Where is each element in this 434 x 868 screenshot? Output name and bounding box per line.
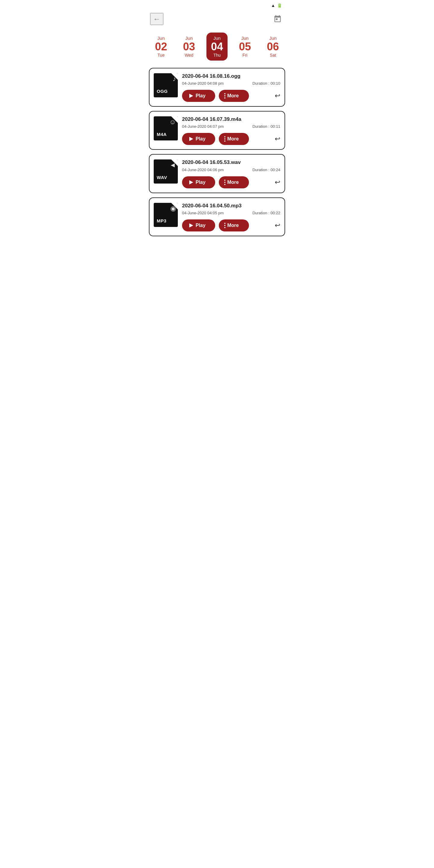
file-format-label: WAV [155, 174, 169, 181]
date-weekday: Fri [243, 53, 247, 58]
card-meta: 04-June-2020 04:06 pm Duration : 00:24 [182, 167, 280, 172]
file-icon-decoration: ◉ [170, 205, 176, 213]
recording-filename: 2020-06-04 16.04.50.mp3 [182, 203, 280, 209]
date-item-03[interactable]: Jun 03 Wed [179, 33, 199, 61]
date-weekday: Sat [270, 53, 276, 58]
card-content: 2020-06-04 16.05.53.wav 04-June-2020 04:… [182, 159, 280, 188]
date-month: Jun [269, 36, 276, 41]
recording-card-1: OGG ♪ 2020-06-04 16.08.16.ogg 04-June-20… [149, 68, 285, 107]
card-actions: Play More ↪ [182, 90, 280, 102]
status-right: ▲ 🔋 [269, 3, 284, 8]
date-item-04[interactable]: Jun 04 Thu [207, 33, 227, 61]
play-icon [189, 180, 193, 184]
share-button[interactable]: ↪ [275, 179, 280, 186]
back-button[interactable]: ← [150, 13, 163, 25]
share-button[interactable]: ↪ [275, 135, 280, 143]
play-button[interactable]: Play [182, 219, 215, 231]
recording-date: 04-June-2020 04:07 pm [182, 124, 224, 129]
recording-card-2: M4A ☺ 2020-06-04 16.07.39.m4a 04-June-20… [149, 111, 285, 150]
share-button[interactable]: ↪ [275, 221, 280, 229]
date-month: Jun [157, 36, 164, 41]
recording-filename: 2020-06-04 16.05.53.wav [182, 159, 280, 165]
date-month: Jun [185, 36, 193, 41]
date-day: 04 [211, 41, 223, 53]
play-label: Play [195, 136, 206, 142]
card-content: 2020-06-04 16.08.16.ogg 04-June-2020 04:… [182, 73, 280, 102]
more-dots-icon [224, 180, 225, 185]
recording-filename: 2020-06-04 16.07.39.m4a [182, 116, 280, 122]
recording-duration: Duration : 00:11 [252, 124, 280, 129]
date-weekday: Thu [213, 53, 221, 58]
file-icon-m4a: M4A ☺ [154, 116, 178, 141]
card-meta: 04-June-2020 04:05 pm Duration : 00:22 [182, 211, 280, 215]
calendar-icon-button[interactable] [271, 13, 284, 25]
more-button[interactable]: More [219, 219, 249, 231]
status-bar: ▲ 🔋 [145, 0, 289, 10]
play-icon [189, 137, 193, 141]
recording-filename: 2020-06-04 16.08.16.ogg [182, 73, 280, 79]
more-label: More [227, 136, 239, 142]
recording-duration: Duration : 00:10 [252, 81, 280, 86]
play-label: Play [195, 180, 206, 185]
more-button[interactable]: More [219, 133, 249, 145]
date-day: 02 [155, 41, 167, 53]
recordings-list: OGG ♪ 2020-06-04 16.08.16.ogg 04-June-20… [145, 68, 289, 246]
date-day: 06 [267, 41, 279, 53]
card-actions: Play More ↪ [182, 176, 280, 188]
recording-date: 04-June-2020 04:05 pm [182, 211, 224, 215]
date-strip: Jun 02 Tue Jun 03 Wed Jun 04 Thu Jun 05 … [145, 30, 289, 68]
file-format-label: MP3 [155, 217, 168, 224]
file-icon-mp3: MP3 ◉ [154, 203, 178, 227]
play-button[interactable]: Play [182, 90, 215, 102]
more-dots-icon [224, 223, 225, 228]
recording-duration: Duration : 00:22 [252, 211, 280, 215]
calendar-icon [273, 15, 282, 23]
more-label: More [227, 93, 239, 98]
file-format-label: M4A [155, 130, 168, 138]
card-actions: Play More ↪ [182, 133, 280, 145]
play-icon [189, 223, 193, 227]
date-month: Jun [241, 36, 249, 41]
play-label: Play [195, 223, 206, 228]
card-content: 2020-06-04 16.07.39.m4a 04-June-2020 04:… [182, 116, 280, 145]
date-weekday: Tue [158, 53, 165, 58]
recording-duration: Duration : 00:24 [252, 167, 280, 172]
file-icon-decoration: ☺ [169, 118, 176, 126]
recording-card-3: WAV ◄ 2020-06-04 16.05.53.wav 04-June-20… [149, 154, 285, 193]
date-item-05[interactable]: Jun 05 Fri [235, 33, 255, 61]
play-icon [189, 94, 193, 98]
card-content: 2020-06-04 16.04.50.mp3 04-June-2020 04:… [182, 203, 280, 231]
date-item-02[interactable]: Jun 02 Tue [150, 33, 172, 61]
more-button[interactable]: More [219, 176, 249, 188]
share-button[interactable]: ↪ [275, 92, 280, 100]
card-meta: 04-June-2020 04:08 pm Duration : 00:10 [182, 81, 280, 86]
card-meta: 04-June-2020 04:07 pm Duration : 00:11 [182, 124, 280, 129]
date-weekday: Wed [185, 53, 193, 58]
file-icon-decoration: ◄ [169, 161, 176, 169]
date-month: Jun [213, 36, 221, 41]
signal-icon: ▲ [271, 3, 275, 8]
recording-date: 04-June-2020 04:06 pm [182, 167, 224, 172]
date-day: 03 [183, 41, 195, 53]
file-icon-wav: WAV ◄ [154, 159, 178, 184]
recording-card-4: MP3 ◉ 2020-06-04 16.04.50.mp3 04-June-20… [149, 197, 285, 236]
more-button[interactable]: More [219, 90, 249, 102]
play-label: Play [195, 93, 206, 98]
card-actions: Play More ↪ [182, 219, 280, 231]
play-button[interactable]: Play [182, 176, 215, 188]
recording-date: 04-June-2020 04:08 pm [182, 81, 224, 86]
more-label: More [227, 223, 239, 228]
more-label: More [227, 180, 239, 185]
date-day: 05 [239, 41, 251, 53]
battery-icon: 🔋 [277, 3, 282, 8]
date-item-06[interactable]: Jun 06 Sat [262, 33, 284, 61]
file-format-label: OGG [155, 87, 170, 95]
file-icon-decoration: ♪ [173, 75, 176, 83]
more-dots-icon [224, 93, 225, 98]
app-header: ← [145, 10, 289, 30]
file-icon-ogg: OGG ♪ [154, 73, 178, 97]
play-button[interactable]: Play [182, 133, 215, 145]
more-dots-icon [224, 136, 225, 142]
